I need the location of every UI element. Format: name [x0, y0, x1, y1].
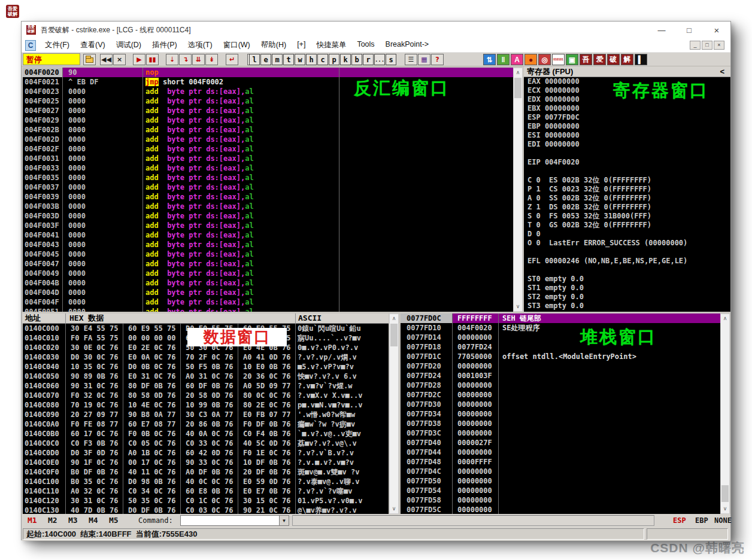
register-line[interactable]: EFL 00000246 (NO,NB,E,BE,NS,PE,GE,LE) [524, 257, 730, 266]
stack-row[interactable]: 0077FD5800000000 [401, 495, 720, 505]
scroll-thumb[interactable] [721, 485, 729, 502]
mdi-close-icon[interactable]: × [714, 41, 724, 50]
register-line[interactable] [524, 248, 730, 257]
minimize-icon[interactable]: — [648, 22, 675, 38]
disasm-row[interactable]: 004F00290000add byte ptr ds:[eax],al [23, 115, 513, 125]
screen-icon[interactable]: ▣ [566, 54, 578, 65]
disasm-row[interactable]: 004F003F0000add byte ptr ds:[eax],al [23, 221, 513, 230]
disasm-row[interactable]: 004F004F0000add byte ptr ds:[eax],al [23, 297, 513, 307]
animate-into-icon[interactable]: ⇊ [192, 54, 205, 65]
mdi-minimize-icon[interactable]: _ [690, 41, 701, 50]
disasm-row[interactable]: 004F00490000add byte ptr ds:[eax],al [23, 269, 513, 278]
sync-icon[interactable]: ⇅ [483, 54, 496, 65]
menu-item[interactable]: 窗口(W) [218, 40, 256, 50]
register-line[interactable]: EBX 00000000 [524, 104, 730, 113]
menu-item[interactable]: 选项(T) [183, 40, 218, 50]
disasm-scrollbar[interactable]: ∧ ∨ [513, 68, 523, 312]
menu-item[interactable]: 帮助(H) [256, 40, 292, 50]
disasm-row[interactable]: 004F00370000add byte ptr ds:[eax],al [23, 182, 513, 192]
stack-row[interactable]: 0077FD5C00000000 [401, 505, 720, 514]
dump-row[interactable]: 0140C13040 7D 0B 76D0 DF 0B 76C0 03 0C 7… [23, 506, 389, 514]
command-input[interactable] [181, 516, 279, 525]
dump-row[interactable]: 0140C0E090 1F 0C 7600 17 0C 7690 33 0C 7… [23, 458, 389, 467]
memory-tab-m4[interactable]: M4 [89, 516, 98, 525]
scroll-thumb[interactable] [390, 324, 398, 346]
dump-row[interactable]: 0140C100B0 35 0C 76D0 98 0B 7640 0C 0C 7… [23, 477, 389, 486]
stack-row[interactable]: 0077FD2800000000 [401, 381, 720, 390]
dump-row[interactable]: 0140C0D0D0 3F 0D 76A0 1B 0C 7660 42 0D 7… [23, 448, 389, 458]
register-line[interactable]: EBP 00000000 [524, 122, 730, 131]
scroll-up-icon[interactable]: ∧ [390, 314, 398, 323]
register-line[interactable]: ST2 empty 0.0 [524, 293, 730, 302]
menu-item[interactable]: 快捷菜单 [311, 40, 351, 50]
disasm-row[interactable]: 004F00390000add byte ptr ds:[eax],al [23, 192, 513, 202]
stack-row[interactable]: 0077FD0CFFFFFFFFSEH 链尾部 [401, 314, 720, 323]
dump-row[interactable]: 0140C12030 31 0C 7650 35 0C 76C0 1C 0C 7… [23, 496, 389, 506]
stack-row[interactable]: 0077FD3400000000 [401, 409, 720, 419]
register-line[interactable] [524, 266, 730, 275]
record-icon[interactable]: ● [524, 54, 537, 65]
stack-row[interactable]: 0077FD5400000000 [401, 486, 720, 495]
register-line[interactable]: ESI 00000000 [524, 131, 730, 140]
disasm-row[interactable]: 004F00270000add byte ptr ds:[eax],al [23, 106, 513, 115]
stack-row[interactable]: 0077FD5000000000 [401, 476, 720, 486]
register-line[interactable]: O 0 LastErr ERROR_SUCCESS (00000000) [524, 239, 730, 248]
disasm-row[interactable]: 004F00510000add byte ptr ds:[eax],al [23, 307, 513, 312]
command-combobox[interactable]: ▼ [180, 515, 289, 526]
disasm-row[interactable]: 004F00330000add byte ptr ds:[eax],al [23, 163, 513, 173]
dump-row[interactable]: 0140C030D0 30 0C 76E0 0A 0C 7670 2F 0C 7… [23, 352, 389, 362]
register-line[interactable]: ST3 empty 0.0 [524, 302, 730, 311]
toolbar-letter-c[interactable]: c [317, 54, 328, 65]
register-line[interactable]: D 0 [524, 230, 730, 239]
toolbar-letter-t[interactable]: t [283, 54, 294, 65]
close-icon[interactable]: × [703, 22, 730, 38]
stack-row[interactable]: 0077FD10004F0020SE处理程序 [401, 323, 720, 333]
binary-icon[interactable]: 010101 [552, 54, 565, 65]
stack-row[interactable]: 0077FD4C00000000 [401, 467, 720, 476]
windows-icon[interactable]: ▦ [418, 54, 430, 65]
toolbar-letter-p[interactable]: p [329, 54, 339, 65]
dump-row[interactable]: 0140C0C0C0 F3 0B 76C0 05 0C 76C0 33 0C 7… [23, 439, 389, 448]
toolbar-letter-e[interactable]: e [260, 54, 271, 65]
register-line[interactable]: P 1 CS 0023 32位 0(FFFFFFFF) [524, 185, 730, 194]
scroll-down-icon[interactable]: ∨ [514, 302, 522, 311]
maximize-icon[interactable]: □ [675, 22, 703, 38]
register-line[interactable]: C 0 ES 002B 32位 0(FFFFFFFF) [524, 176, 730, 185]
scroll-up-icon[interactable]: ∧ [514, 68, 522, 77]
disasm-row[interactable]: 004F00430000add byte ptr ds:[eax],al [23, 240, 513, 249]
dump-row[interactable]: 0140C070F0 32 0C 7680 58 0D 7620 58 0D 7… [23, 391, 389, 400]
pause-icon[interactable]: ▮▮ [146, 54, 159, 65]
flag-esp[interactable]: ESP [673, 516, 686, 525]
rewind-icon[interactable]: ◀◀ [100, 54, 113, 65]
stack-row[interactable]: 0077FD2000000000 [401, 361, 720, 371]
dump-row[interactable]: 0140C08070 19 0C 7610 4E 0C 7610 99 0B 7… [23, 400, 389, 410]
disassembly-pane[interactable]: 004F002090nop004F0021^ EB DFjmp short 00… [23, 68, 513, 312]
toolbar-letter-b[interactable]: b [351, 54, 362, 65]
list-icon[interactable]: ☰ [405, 54, 417, 65]
open-folder-icon[interactable] [83, 54, 96, 65]
disasm-row[interactable]: 004F004D0000add byte ptr ds:[eax],al [23, 288, 513, 297]
disasm-row[interactable]: 004F00470000add byte ptr ds:[eax],al [23, 259, 513, 269]
brand-po-icon[interactable]: 破 [607, 54, 620, 65]
scroll-thumb[interactable] [514, 78, 521, 98]
stack-row[interactable]: 0077FD480000FFFF [401, 457, 720, 467]
dump-row[interactable]: 0140C0B060 17 0C 76F0 0B 0C 7640 0A 0C 7… [23, 429, 389, 439]
register-line[interactable] [524, 167, 730, 176]
register-line[interactable]: ST0 empty 0.0 [524, 275, 730, 284]
help-icon[interactable]: ? [431, 54, 444, 65]
dump-row[interactable]: 0140C0F0B0 DF 0B 7640 11 0C 76A0 DF 0B 7… [23, 467, 389, 477]
assemble-icon[interactable]: A [511, 54, 523, 65]
dump-scrollbar[interactable]: ∧ ∨ [389, 314, 399, 514]
disasm-row[interactable]: 004F00450000add byte ptr ds:[eax],al [23, 249, 513, 259]
disasm-row[interactable]: 004F00310000add byte ptr ds:[eax],al [23, 154, 513, 163]
dump-row[interactable]: 0140C09020 27 09 7790 B8 0A 7730 C3 0A 7… [23, 410, 389, 419]
stack-row[interactable]: 0077FD3C00000000 [401, 428, 720, 438]
register-line[interactable]: Z 1 DS 002B 32位 0(FFFFFFFF) [524, 203, 730, 212]
scroll-down-icon[interactable]: ∨ [721, 504, 729, 513]
memory-tab-m2[interactable]: M2 [48, 516, 57, 525]
toolbar-letter-k[interactable]: k [340, 54, 351, 65]
disasm-row[interactable]: 004F002F0000add byte ptr ds:[eax],al [23, 144, 513, 154]
dump-row[interactable]: 0140C04010 35 0C 76D0 0B 0C 7650 F5 0B 7… [23, 362, 389, 372]
toolbar-letter-h[interactable]: h [306, 54, 317, 65]
spiral-icon[interactable]: ◎ [538, 54, 551, 65]
